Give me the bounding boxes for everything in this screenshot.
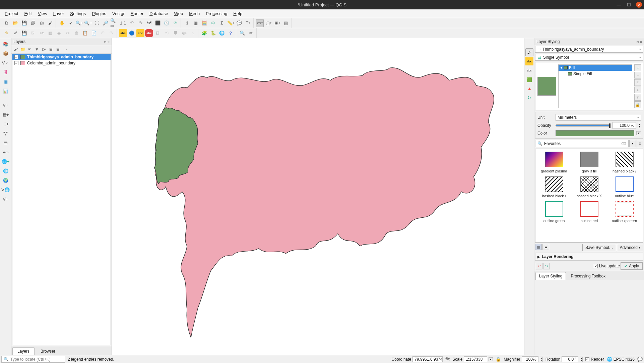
symbology-tab-icon[interactable]: 🖌 — [525, 48, 533, 56]
open-project-icon[interactable]: 📂 — [11, 19, 19, 27]
favorites-settings-icon[interactable]: ⚙ — [637, 140, 643, 147]
menu-layer[interactable]: Layer — [51, 10, 67, 17]
new-layout-icon[interactable]: 🗐 — [29, 19, 37, 27]
attribute-table-icon[interactable]: ▦ — [192, 19, 200, 27]
rotation-field[interactable]: 0.0 ° — [562, 356, 578, 362]
identify-icon[interactable]: ℹ — [183, 19, 191, 27]
new-geopackage-icon[interactable]: 📦 — [1, 49, 10, 58]
zoom-full-icon[interactable]: ⛶ — [93, 19, 101, 27]
layer-add-group-icon[interactable]: 📁 — [20, 46, 26, 52]
vector-create-icon[interactable]: V+ — [1, 101, 10, 109]
unit-select[interactable]: Millimeters ▾ — [556, 114, 641, 121]
opacity-slider[interactable] — [556, 124, 610, 126]
label-highlight-icon[interactable]: abc — [136, 29, 144, 37]
new-memory-icon[interactable]: ▦ — [1, 77, 10, 86]
raster-create-icon[interactable]: ▦+ — [1, 110, 10, 119]
scale-caret-icon[interactable]: ▾ — [489, 357, 493, 361]
new-project-icon[interactable]: 🗋 — [3, 19, 11, 27]
favorite-gradient-plasma[interactable]: gradient plasma — [538, 152, 570, 173]
menu-view[interactable]: View — [35, 10, 50, 17]
extents-icon[interactable]: 🗺 — [445, 357, 450, 362]
3dview-tab-icon[interactable]: 🟩 — [525, 75, 533, 84]
zoom-selection-icon[interactable]: 🔎 — [102, 19, 110, 27]
layer-collapse-icon[interactable]: ⊟ — [55, 46, 61, 52]
labels-tab-icon[interactable]: abc — [525, 57, 533, 65]
virtual-layer-icon[interactable]: V∞ — [1, 148, 10, 156]
coordinate-field[interactable]: 79.9961,6.9374 — [412, 356, 443, 362]
list-view-icon[interactable]: ≣ — [542, 244, 549, 250]
remove-symbol-layer-button[interactable]: － — [634, 72, 641, 79]
favorite-outline-green[interactable]: outline green — [538, 201, 570, 223]
history-tab-icon[interactable]: ↻ — [525, 94, 533, 102]
layout-manager-icon[interactable]: 🗂 — [38, 19, 46, 27]
locator-input[interactable]: 🔍 Type to locate (Ctrl+K) — [1, 356, 65, 363]
spin-down-icon[interactable]: ▼ — [638, 125, 641, 128]
help-icon[interactable]: ? — [227, 29, 235, 37]
favorite-gray3[interactable]: gray 3 fill — [573, 152, 605, 173]
select-all-icon[interactable]: ▤ — [282, 19, 290, 27]
save-edits-icon[interactable]: 💾 — [20, 29, 28, 37]
menu-edit[interactable]: Edit — [21, 10, 34, 17]
messages-icon[interactable]: 💬 — [637, 357, 643, 362]
annotation-icon[interactable]: T▾ — [244, 19, 252, 27]
magnifier-field[interactable]: 100% — [522, 356, 538, 362]
add-feature-icon[interactable]: ⎘ — [29, 29, 37, 37]
layer-remove-icon[interactable]: ▭ — [62, 46, 68, 52]
zoom-in-icon[interactable]: 🔍+ — [75, 19, 83, 27]
menu-mesh[interactable]: Mesh — [186, 10, 202, 17]
delete-selected-icon[interactable]: 🗑 — [72, 29, 80, 37]
layer-checkbox[interactable]: ✓ — [14, 55, 18, 59]
show-labels-icon[interactable]: ⛬ — [189, 29, 197, 37]
tab-browser[interactable]: Browser — [36, 347, 60, 355]
layer-expr-icon[interactable]: ε▾ — [41, 46, 47, 52]
render-checkbox[interactable]: ✓ Render — [585, 357, 604, 362]
move-label-icon[interactable]: ⛋ — [154, 29, 162, 37]
spin-up-icon[interactable]: ▲ — [540, 357, 542, 359]
menu-processing[interactable]: Processing — [203, 10, 230, 17]
move-down-button[interactable]: ▼ — [634, 94, 641, 101]
data-source-manager-icon[interactable]: 📚 — [1, 40, 10, 48]
layer-visibility-icon[interactable]: 👁 — [27, 46, 33, 52]
favorite-hashed-slash[interactable]: hashed black / — [608, 152, 640, 173]
zoom-out-icon[interactable]: 🔍− — [84, 19, 92, 27]
scale-field[interactable]: 1:157338 — [464, 356, 487, 362]
move-up-button[interactable]: ▲ — [634, 87, 641, 93]
undo-icon[interactable]: ↷ — [107, 29, 115, 37]
new-virtual-icon[interactable]: 📊 — [1, 87, 10, 95]
zoom-next-icon[interactable]: ↷ — [136, 19, 144, 27]
color-picker[interactable] — [556, 130, 634, 136]
move-feature-icon[interactable]: ▦ — [46, 29, 54, 37]
toolbox-icon[interactable]: ⚙ — [209, 19, 217, 27]
symbol-tree-simple-fill[interactable]: Simple Fill — [559, 71, 632, 77]
window-close-button[interactable]: ✕ — [636, 2, 642, 8]
cut-icon[interactable]: 📋 — [81, 29, 89, 37]
clear-search-icon[interactable]: ⌫ — [621, 142, 626, 146]
layer-checkbox[interactable]: ✓ — [14, 61, 18, 65]
favorites-filter-caret[interactable]: ▾ — [629, 140, 636, 147]
wms-layer-icon[interactable]: 🌐+ — [1, 157, 10, 166]
redo-style-icon[interactable]: ↷ — [543, 263, 550, 269]
copy-icon[interactable]: 📄 — [90, 29, 98, 37]
crs-button[interactable]: 🌐 EPSG:4326 — [607, 357, 635, 362]
color-menu-caret-icon[interactable]: ▾ — [636, 131, 641, 135]
collapse-icon[interactable]: ▾ — [561, 66, 562, 69]
new-map-view-icon[interactable]: 🗺 — [145, 19, 153, 27]
diagram-icon[interactable]: 🔵 — [128, 29, 136, 37]
layer-item-thimbirigasyaya[interactable]: ✓ Thimbirigasyaya_admin_boundary — [12, 54, 111, 60]
processing-search-icon[interactable]: 🔍 — [238, 29, 246, 37]
python-console-icon[interactable]: 🐍 — [209, 29, 217, 37]
diagrams-tab-icon[interactable]: 🔺 — [525, 85, 533, 93]
spin-up-icon[interactable]: ▲ — [638, 123, 641, 125]
zoom-native-icon[interactable]: 1:1 — [119, 19, 127, 27]
symbol-tree-fill[interactable]: ▾ Fill — [559, 65, 632, 71]
label-props-icon[interactable]: ⟴ — [180, 29, 188, 37]
opacity-spinbox[interactable]: 100.0 % — [613, 122, 636, 129]
window-maximize-button[interactable]: ☐ — [626, 2, 632, 8]
processing-edit-icon[interactable]: ✏ — [247, 29, 255, 37]
grid-view-icon[interactable]: ▦ — [535, 244, 542, 250]
live-update-checkbox[interactable]: ✓ Live update — [594, 264, 620, 268]
save-symbol-button[interactable]: Save Symbol… — [582, 244, 616, 251]
zoom-last-icon[interactable]: ↶ — [128, 19, 136, 27]
favorite-outline-red[interactable]: outline red — [573, 201, 605, 223]
refresh-icon[interactable]: ⟳ — [171, 19, 179, 27]
